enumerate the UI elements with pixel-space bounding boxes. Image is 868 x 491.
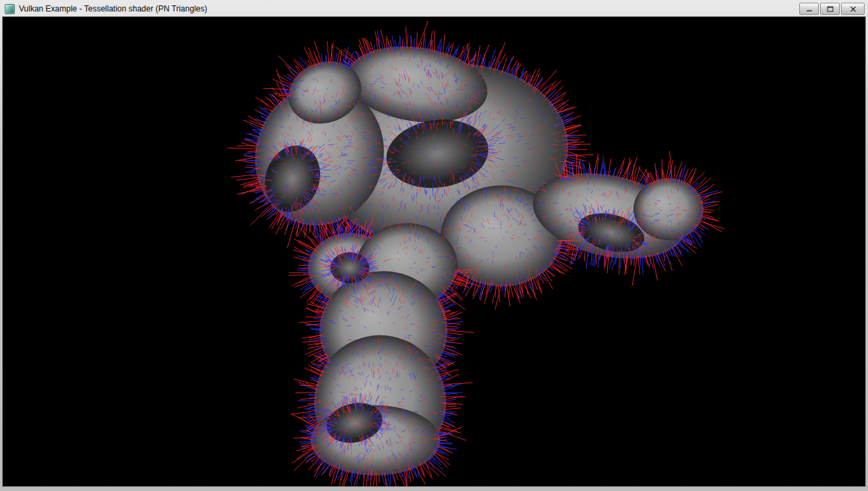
render-area	[2, 16, 866, 487]
app-window: Vulkan Example - Tessellation shader (PN…	[0, 0, 868, 491]
maximize-button[interactable]	[820, 3, 840, 15]
close-button[interactable]	[841, 3, 865, 15]
maximize-icon	[827, 6, 834, 12]
title-bar[interactable]: Vulkan Example - Tessellation shader (PN…	[2, 1, 866, 16]
app-icon	[5, 4, 15, 14]
window-controls	[799, 3, 865, 15]
minimize-icon	[806, 6, 813, 12]
close-icon	[850, 6, 857, 12]
window-title: Vulkan Example - Tessellation shader (PN…	[19, 4, 207, 13]
minimize-button[interactable]	[799, 3, 819, 15]
viewport-canvas[interactable]	[3, 17, 865, 486]
